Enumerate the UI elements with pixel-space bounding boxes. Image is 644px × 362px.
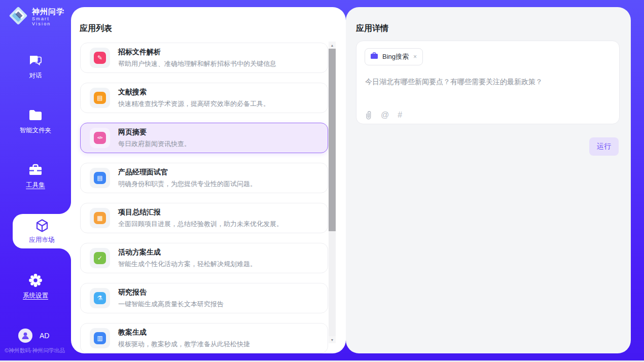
app-icon-box: ▦ xyxy=(90,208,110,228)
at-icon[interactable]: @ xyxy=(381,111,389,120)
pen-icon: ✎ xyxy=(94,52,106,64)
scrollbar-up-icon[interactable]: ▲ xyxy=(329,42,336,49)
sidebar: 神州问学 Smart Vision 对话 智能文件夹 工具集 应用市场 xyxy=(0,0,71,362)
run-button[interactable]: 运行 xyxy=(589,137,619,156)
sidebar-item-smart-folders[interactable]: 智能文件夹 xyxy=(0,107,71,135)
app-list-panel: 应用列表 ✎ 招标文件解析 帮助用户快速、准确地理解和解析招标书中的关键信息 ▤… xyxy=(71,7,346,353)
app-icon-box: ⚗ xyxy=(90,288,110,308)
app-card-title: 研究报告 xyxy=(118,288,224,297)
user-account[interactable]: AD xyxy=(18,329,49,343)
logo-subtitle: Smart Vision xyxy=(32,16,71,26)
app-card-desc: 全面回顾项目进展，总结经验教训，助力未来优化发展。 xyxy=(118,220,283,229)
diamond-logo-icon xyxy=(8,6,28,28)
browser-icon: </> xyxy=(94,132,106,144)
sidebar-item-label: 应用市场 xyxy=(29,236,55,244)
app-card-list: ✎ 招标文件解析 帮助用户快速、准确地理解和解析招标书中的关键信息 ▤ 文献搜索… xyxy=(80,43,328,353)
sidebar-item-label: 工具集 xyxy=(26,181,45,190)
app-card-pm-interviewer[interactable]: ▤ 产品经理面试官 明确身份和职责，为您提供专业性的面试问题。 xyxy=(80,163,328,193)
app-list-title: 应用列表 xyxy=(80,23,112,34)
gear-icon xyxy=(28,273,43,288)
query-input[interactable]: 今日湖北有哪些新闻要点？有哪些需要关注的最新政策？ xyxy=(365,77,609,87)
app-card-desc: 一键智能生成高质量长文本研究报告 xyxy=(118,300,224,309)
sidebar-item-label: 系统设置 xyxy=(23,292,48,300)
app-card-title: 招标文件解析 xyxy=(118,48,276,57)
prompt-toolbar: @ # xyxy=(365,110,402,120)
resume-icon: ▤ xyxy=(94,172,106,184)
sidebar-item-system-settings[interactable]: 系统设置 xyxy=(0,273,71,300)
app-card-title: 网页摘要 xyxy=(118,128,191,137)
app-card-research-report[interactable]: ⚗ 研究报告 一键智能生成高质量长文本研究报告 xyxy=(80,283,328,313)
app-icon-box: </> xyxy=(90,128,110,148)
user-initials: AD xyxy=(40,332,49,340)
app-icon-box: ✓ xyxy=(90,248,110,268)
scrollbar[interactable]: ▲ ▼ xyxy=(329,42,336,343)
app-card-title: 教案生成 xyxy=(118,328,250,337)
books-icon: ▥ xyxy=(94,332,106,344)
sidebar-item-chat[interactable]: 对话 xyxy=(0,53,71,80)
app-card-title: 产品经理面试官 xyxy=(118,168,257,177)
chat-icon xyxy=(28,53,43,68)
app-card-title: 活动方案生成 xyxy=(118,248,257,257)
app-card-event-plan-generation[interactable]: ✓ 活动方案生成 智能生成个性化活动方案，轻松解决规划难题。 xyxy=(80,243,328,273)
briefcase-tag-icon xyxy=(370,52,378,61)
app-icon-box: ▥ xyxy=(90,328,110,348)
sidebar-item-toolset[interactable]: 工具集 xyxy=(0,162,71,190)
app-card-desc: 模板驱动，教案秒成，教学准备从此轻松快捷 xyxy=(118,340,250,349)
tool-tag-label: Bing搜索 xyxy=(382,52,409,61)
app-card-lesson-plan-generation[interactable]: ▥ 教案生成 模板驱动，教案秒成，教学准备从此轻松快捷 xyxy=(80,323,328,353)
app-icon-box: ▤ xyxy=(90,88,110,108)
paperclip-icon[interactable] xyxy=(365,110,372,120)
app-card-desc: 每日政府新闻资讯快查。 xyxy=(118,139,191,149)
app-icon-box: ✎ xyxy=(90,48,110,68)
sidebar-item-label: 智能文件夹 xyxy=(20,126,52,135)
prompt-card[interactable]: Bing搜索 × 今日湖北有哪些新闻要点？有哪些需要关注的最新政策？ @ # xyxy=(356,41,620,124)
scrollbar-thumb[interactable] xyxy=(329,49,336,231)
app-card-web-summary[interactable]: </> 网页摘要 每日政府新闻资讯快查。 xyxy=(80,123,328,153)
scrollbar-down-icon[interactable]: ▼ xyxy=(329,336,336,343)
app-card-desc: 智能生成个性化活动方案，轻松解决规划难题。 xyxy=(118,260,257,269)
avatar xyxy=(18,329,32,343)
app-detail-title: 应用详情 xyxy=(356,23,388,34)
app-card-literature-search[interactable]: ▤ 文献搜索 快速精准查找学术资源，提高研究效率的必备工具。 xyxy=(80,83,328,113)
book-icon: ▤ xyxy=(94,92,106,104)
sidebar-item-app-market[interactable]: 应用市场 xyxy=(13,214,71,248)
clipboard-check-icon: ✓ xyxy=(94,252,106,264)
hash-icon[interactable]: # xyxy=(398,111,402,120)
app-card-project-summary-report[interactable]: ▦ 项目总结汇报 全面回顾项目进展，总结经验教训，助力未来优化发展。 xyxy=(80,203,328,233)
cube-icon xyxy=(34,218,50,233)
app-detail-panel: 应用详情 Bing搜索 × 今日湖北有哪些新闻要点？有哪些需要关注的最新政策？ … xyxy=(346,7,631,353)
logo-title: 神州问学 xyxy=(32,7,71,16)
app-icon-box: ▤ xyxy=(90,168,110,188)
microscope-icon: ⚗ xyxy=(94,292,106,304)
tag-close-icon[interactable]: × xyxy=(413,53,417,60)
folder-icon xyxy=(28,107,43,123)
sidebar-item-label: 对话 xyxy=(29,71,42,80)
bottom-accent-bar xyxy=(0,353,644,360)
app-card-desc: 明确身份和职责，为您提供专业性的面试问题。 xyxy=(118,179,257,189)
app-card-desc: 帮助用户快速、准确地理解和解析招标书中的关键信息 xyxy=(118,59,276,68)
app-card-desc: 快速精准查找学术资源，提高研究效率的必备工具。 xyxy=(118,99,270,108)
app-card-title: 项目总结汇报 xyxy=(118,208,283,217)
app-logo: 神州问学 Smart Vision xyxy=(8,6,71,28)
tool-tag-bing-search[interactable]: Bing搜索 × xyxy=(365,48,423,65)
app-card-title: 文献搜索 xyxy=(118,88,270,97)
report-icon: ▦ xyxy=(94,212,106,224)
app-card-bid-document-analysis[interactable]: ✎ 招标文件解析 帮助用户快速、准确地理解和解析招标书中的关键信息 xyxy=(80,43,328,73)
briefcase-icon xyxy=(28,162,43,177)
